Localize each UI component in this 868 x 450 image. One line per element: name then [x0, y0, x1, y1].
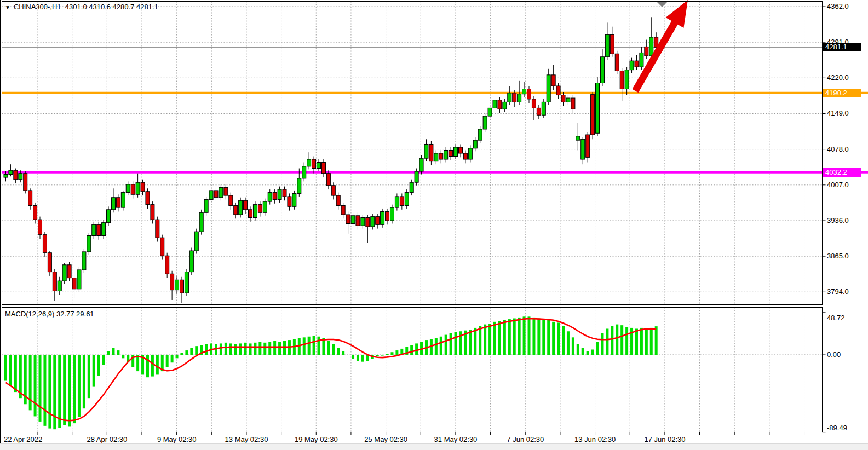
candle-body — [297, 178, 301, 194]
candle-body — [586, 135, 590, 157]
macd-histogram-bar — [415, 343, 418, 355]
macd-histogram-bar — [107, 351, 110, 355]
macd-histogram-bar — [322, 338, 325, 355]
candle-body — [449, 150, 453, 156]
candle-body — [458, 147, 462, 153]
candle-body — [429, 144, 433, 161]
candle-body — [571, 98, 575, 109]
macd-histogram-bar — [445, 335, 447, 355]
candle-body — [229, 195, 233, 205]
candle-body — [386, 211, 389, 221]
macd-histogram-bar — [620, 325, 623, 355]
price-tick-label: 3794.0 — [827, 287, 849, 296]
macd-histogram-bar — [225, 343, 227, 355]
macd-histogram-bar — [357, 355, 359, 361]
candle-body — [542, 102, 545, 115]
macd-histogram-bar — [508, 319, 511, 355]
macd-histogram-bar — [435, 338, 438, 355]
macd-histogram-bar — [29, 355, 32, 410]
candle-body — [331, 186, 335, 195]
candle-body — [307, 159, 311, 166]
macd-histogram-bar — [43, 355, 46, 426]
candle-body — [102, 223, 106, 236]
macd-histogram-bar — [9, 355, 12, 386]
candle-body — [38, 220, 42, 235]
candle-body — [376, 217, 380, 225]
macd-histogram-bar — [484, 325, 486, 355]
macd-histogram-bar — [166, 355, 169, 367]
symbol-dropdown-icon[interactable]: ▼ — [5, 4, 10, 10]
candle-body — [537, 108, 541, 115]
macd-histogram-bar — [503, 320, 506, 355]
candle-body — [239, 200, 243, 215]
macd-histogram-bar — [283, 341, 286, 355]
macd-histogram-bar — [190, 348, 193, 355]
macd-histogram-bar — [68, 355, 71, 426]
macd-histogram-bar — [479, 326, 481, 355]
price-tick-label: 4220.0 — [827, 73, 849, 82]
candle-body — [312, 159, 316, 169]
candle-body — [249, 210, 252, 218]
time-tick-label: 19 May 02:30 — [295, 435, 338, 443]
candle-body — [478, 129, 482, 140]
macd-histogram-bar — [347, 355, 349, 355]
macd-histogram-bar — [532, 318, 535, 355]
macd-histogram-bar — [244, 343, 247, 355]
candle-body — [503, 102, 507, 109]
candle-body — [547, 75, 550, 102]
candle-body — [283, 189, 286, 197]
time-tick-label: 7 Jun 02:30 — [507, 435, 544, 443]
candle-body — [498, 100, 502, 109]
macd-histogram-bar — [513, 318, 516, 355]
time-tick-label: 28 Apr 02:30 — [87, 435, 127, 443]
macd-histogram-bar — [97, 355, 100, 376]
chart-canvas[interactable] — [0, 0, 868, 450]
candle-body — [561, 95, 565, 102]
candle-body — [605, 34, 609, 56]
candle-body — [185, 272, 188, 293]
macd-histogram-bar — [34, 355, 37, 416]
candle-body — [288, 197, 291, 206]
candle-body — [43, 235, 47, 253]
candle-body — [410, 182, 413, 192]
macd-histogram-bar — [53, 355, 56, 429]
candle-body — [82, 252, 86, 270]
macd-histogram-bar — [48, 355, 51, 429]
candle-body — [4, 175, 8, 178]
time-tick-label: 17 Jun 02:30 — [644, 435, 685, 443]
macd-histogram-bar — [88, 355, 90, 398]
macd-histogram-bar — [552, 322, 555, 355]
candle-body — [273, 193, 277, 200]
macd-histogram-bar — [337, 348, 340, 355]
candle-body — [268, 193, 272, 202]
candle-body — [189, 251, 193, 272]
macd-histogram-bar — [112, 348, 114, 355]
macd-histogram-bar — [151, 355, 154, 377]
candle-body — [317, 163, 321, 169]
macd-histogram-bar — [156, 355, 159, 374]
macd-histogram-bar — [318, 337, 320, 355]
macd-histogram-bar — [180, 353, 183, 355]
candle-body — [121, 193, 125, 208]
candle-body — [405, 193, 409, 206]
candle-body — [53, 272, 56, 291]
candle-body — [292, 193, 296, 206]
candle-body — [366, 217, 370, 227]
price-tick-label: 3936.0 — [827, 216, 849, 224]
candle-body — [170, 274, 174, 290]
macd-tick-label: -89.49 — [827, 424, 847, 432]
macd-histogram-bar — [268, 342, 271, 355]
macd-histogram-bar — [488, 324, 491, 355]
price-tick-label: 3865.0 — [827, 252, 849, 260]
candle-body — [58, 281, 61, 291]
candle-body — [97, 224, 101, 235]
macd-histogram-bar — [537, 318, 540, 355]
candle-body — [434, 153, 438, 161]
candle-body — [556, 86, 560, 95]
candle-body — [625, 70, 629, 89]
candle-body — [321, 163, 325, 174]
time-tick-label: 25 May 02:30 — [364, 435, 407, 443]
macd-panel-bg — [2, 308, 823, 432]
macd-histogram-bar — [78, 355, 81, 417]
candle-body — [439, 153, 443, 159]
